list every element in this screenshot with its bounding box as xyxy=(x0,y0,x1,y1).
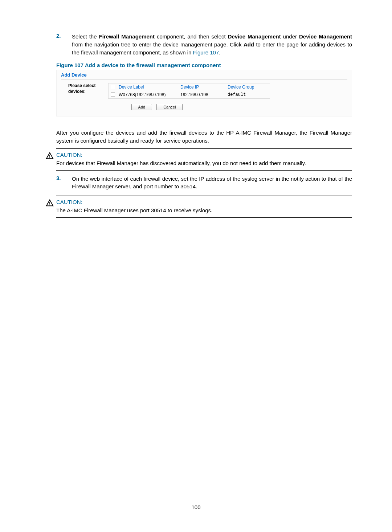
caution-heading: CAUTION: xyxy=(56,152,352,158)
step-2: 2. Select the Firewall Management compon… xyxy=(56,33,352,56)
panel-title: Add Device xyxy=(61,72,347,79)
step-body: On the web interface of each firewall de… xyxy=(72,175,352,191)
svg-rect-0 xyxy=(49,155,50,157)
page-content: 2. Select the Firewall Management compon… xyxy=(56,33,352,218)
header-device-ip: Device IP xyxy=(179,83,226,91)
bold-text: Device Management xyxy=(228,33,281,40)
table-header-row: Device Label Device IP Device Group xyxy=(108,83,270,91)
svg-rect-2 xyxy=(49,202,50,204)
panel-body: Please select devices: Device Label Devi… xyxy=(61,83,347,99)
label-line-1: Please select xyxy=(68,83,95,88)
bold-text: Add xyxy=(244,41,254,48)
caution-body: The A-IMC Firewall Manager uses port 305… xyxy=(56,206,352,214)
device-table: Device Label Device IP Device Group W077… xyxy=(108,83,270,99)
bold-text: Device Management xyxy=(299,33,352,40)
text: component, and then select xyxy=(155,33,228,40)
button-row: Add Cancel xyxy=(61,104,347,110)
table-row: W07768(192.168.0.198) 192.168.0.198 defa… xyxy=(108,91,270,99)
step-body: Select the Firewall Management component… xyxy=(72,33,352,56)
bold-text: Firewall Management xyxy=(99,33,155,40)
page-number: 100 xyxy=(0,504,392,510)
text: under xyxy=(281,33,299,40)
caution-icon xyxy=(46,199,54,207)
text: from the navigation tree to enter the de… xyxy=(72,41,244,48)
figure-caption: Figure 107 Add a device to the firewall … xyxy=(56,62,352,68)
cell-device-ip: 192.168.0.198 xyxy=(179,91,226,98)
caution-box: CAUTION: The A-IMC Firewall Manager uses… xyxy=(56,196,352,218)
row-checkbox[interactable] xyxy=(111,93,115,97)
cancel-button[interactable]: Cancel xyxy=(156,104,183,110)
text: Select the xyxy=(72,33,99,40)
step-3: 3. On the web interface of each firewall… xyxy=(56,175,352,191)
figure-link[interactable]: Figure 107 xyxy=(193,49,219,56)
cell-device-label: W07768(192.168.0.198) xyxy=(117,91,179,98)
header-device-group: Device Group xyxy=(226,83,270,91)
row-checkbox-cell xyxy=(109,91,117,98)
caution-icon xyxy=(46,152,54,160)
step-number: 2. xyxy=(56,33,72,56)
caution-box: CAUTION: For devices that Firewall Manag… xyxy=(56,148,352,171)
header-device-label: Device Label xyxy=(117,83,179,91)
add-button[interactable]: Add xyxy=(131,104,152,110)
select-label: Please select devices: xyxy=(68,83,108,94)
header-checkbox-cell xyxy=(109,83,117,91)
paragraph: After you configure the devices and add … xyxy=(56,129,352,145)
svg-rect-3 xyxy=(49,205,50,205)
caution-heading: CAUTION: xyxy=(56,199,352,205)
svg-rect-1 xyxy=(49,157,50,158)
text: . xyxy=(219,49,220,56)
step-number: 3. xyxy=(56,175,72,191)
add-device-panel: Add Device Please select devices: Device… xyxy=(56,70,352,116)
select-all-checkbox[interactable] xyxy=(111,85,115,89)
caution-body: For devices that Firewall Manager has di… xyxy=(56,159,352,167)
cell-device-group: default xyxy=(226,91,270,98)
label-line-2: devices: xyxy=(68,89,86,94)
